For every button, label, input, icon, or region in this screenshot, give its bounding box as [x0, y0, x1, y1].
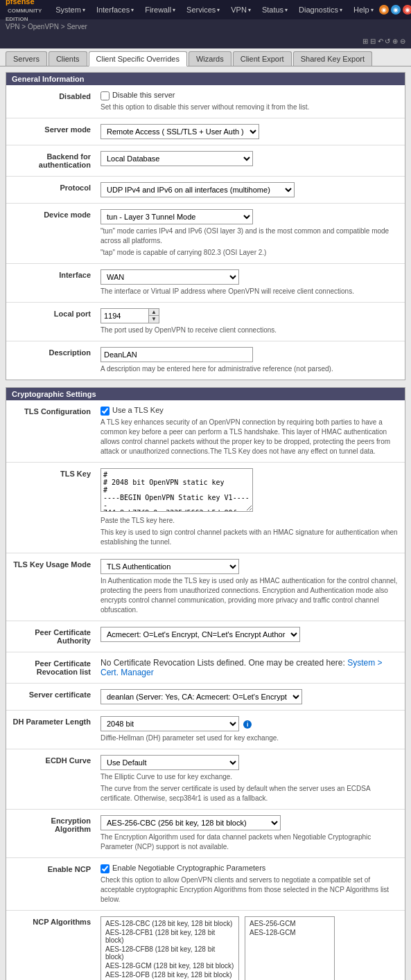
interface-row: Interface WAN The interface or Virtual I…	[6, 264, 405, 303]
disabled-row: Disabled Disable this server Set this op…	[6, 85, 405, 118]
tls-key-row: TLS Key # # 2048 bit OpenVPN static key …	[6, 463, 405, 553]
tls-key-usage-value: TLS Authentication In Authentication mod…	[96, 558, 405, 616]
ncp-alg-value: AES-128-CBC (128 bit key, 128 bit block)…	[96, 915, 405, 980]
tab-servers[interactable]: Servers	[6, 51, 47, 66]
nav-vpn-arrow: ▾	[248, 7, 251, 13]
nav-diagnostics[interactable]: Diagnostics▾	[293, 3, 348, 17]
enable-ncp-check-label: Enable Negotiable Cryptographic Paramete…	[112, 864, 265, 872]
dh-param-value: 2048 bit i Diffie-Hellman (DH) parameter…	[96, 715, 405, 745]
encryption-alg-label: EncryptionAlgorithm	[6, 814, 96, 853]
tls-use-key-checkbox[interactable]	[100, 407, 110, 416]
server-cert-value: deanlan (Server: Yes, CA: Acmecert: O=Le…	[96, 688, 405, 706]
ecdh-hint2: The curve from the server certificate is…	[100, 784, 401, 803]
description-label: Description	[6, 346, 96, 375]
ncp-available-item[interactable]: AES-128-CFB8 (128 bit key, 128 bit block…	[103, 945, 236, 961]
general-info-header: General Information	[6, 73, 405, 85]
tab-client-specific-overrides[interactable]: Client Specific Overrides	[89, 51, 187, 66]
ncp-selected-item[interactable]: AES-128-GCM	[247, 928, 332, 937]
ncp-alg-label: NCP Algorithms	[6, 915, 96, 980]
tls-key-label: TLS Key	[6, 467, 96, 549]
tls-use-key-label: Use a TLS Key	[112, 406, 164, 414]
interface-select[interactable]: WAN	[100, 269, 239, 285]
nav-interfaces-arrow: ▾	[131, 7, 134, 13]
peer-cert-rev-label: Peer CertificateRevocation list	[6, 657, 96, 679]
ecdh-hint1: The Elliptic Curve to use for key exchan…	[100, 772, 401, 782]
dh-param-select[interactable]: 2048 bit	[100, 716, 239, 731]
ncp-dual-list: AES-128-CBC (128 bit key, 128 bit block)…	[100, 916, 401, 980]
tab-bar: Servers Clients Client Specific Override…	[0, 48, 411, 66]
tab-wizards[interactable]: Wizards	[189, 51, 231, 66]
description-input[interactable]	[100, 347, 253, 362]
ncp-available-list: AES-128-CBC (128 bit key, 128 bit block)…	[100, 916, 239, 980]
ecdh-curve-select[interactable]: Use Default	[100, 755, 239, 770]
encryption-alg-select[interactable]: AES-256-CBC (256 bit key, 128 bit block)	[100, 815, 281, 830]
tls-key-usage-row: TLS Key Usage Mode TLS Authentication In…	[6, 553, 405, 621]
nav-diagnostics-arrow: ▾	[340, 7, 342, 13]
server-mode-row: Server mode Remote Access ( SSL/TLS + Us…	[6, 118, 405, 145]
encryption-alg-row: EncryptionAlgorithm AES-256-CBC (256 bit…	[6, 810, 405, 858]
enable-ncp-hint: Check this option to allow OpenVPN clien…	[100, 875, 401, 905]
dh-param-hint: Diffie-Hellman (DH) parameter set used f…	[100, 733, 401, 743]
icon-red[interactable]: ◉	[403, 5, 411, 15]
nav-status-arrow: ▾	[285, 7, 288, 13]
disabled-hint: Set this option to disable this server w…	[100, 103, 401, 112]
nav-help[interactable]: Help▾	[348, 3, 379, 17]
server-cert-select[interactable]: deanlan (Server: Yes, CA: Acmecert: O=Le…	[100, 689, 302, 704]
tab-shared-key-export[interactable]: Shared Key Export	[293, 51, 372, 66]
tab-clients[interactable]: Clients	[49, 51, 87, 66]
icon-orange[interactable]: ◉	[379, 5, 389, 15]
logo-pf: pf	[6, 0, 12, 6]
disabled-checkbox[interactable]	[100, 91, 110, 100]
tls-config-row: TLS Configuration Use a TLS Key A TLS ke…	[6, 400, 405, 463]
dh-param-row: DH Parameter Length 2048 bit i Diffie-He…	[6, 711, 405, 749]
icon-blue[interactable]: ◉	[391, 5, 401, 15]
dh-info-icon[interactable]: i	[243, 720, 252, 729]
ecdh-curve-label: ECDH Curve	[6, 754, 96, 805]
tab-client-export[interactable]: Client Export	[233, 51, 292, 66]
disabled-label: Disabled	[6, 89, 96, 114]
description-row: Description A description may be entered…	[6, 341, 405, 380]
interface-value: WAN The interface or Virtual IP address …	[96, 268, 405, 298]
nav-icons: ◉ ◉ ◉ ◉ ◉ ◉	[379, 5, 411, 15]
tls-key-textarea[interactable]: # # 2048 bit OpenVPN static key # ----BE…	[100, 468, 253, 512]
tls-key-usage-select[interactable]: TLS Authentication	[100, 559, 239, 574]
ncp-alg-row: NCP Algorithms AES-128-CBC (128 bit key,…	[6, 911, 405, 980]
server-mode-select[interactable]: Remote Access ( SSL/TLS + User Auth )	[100, 124, 259, 139]
nav-system-arrow: ▾	[82, 7, 85, 13]
backend-auth-select[interactable]: Local Database	[100, 151, 253, 166]
server-cert-label: Server certificate	[6, 688, 96, 706]
backend-auth-row: Backend forauthentication Local Database	[6, 145, 405, 177]
peer-cert-rev-text: No Certificate Revocation Lists defined.…	[100, 658, 345, 668]
nav-firewall[interactable]: Firewall▾	[139, 3, 181, 17]
nav-services[interactable]: Services▾	[181, 3, 225, 17]
ncp-selected-item[interactable]: AES-256-GCM	[247, 919, 332, 928]
protocol-select[interactable]: UDP IPv4 and IPv6 on all interfaces (mul…	[100, 182, 295, 197]
nav-status[interactable]: Status▾	[256, 3, 293, 17]
device-mode-select[interactable]: tun - Layer 3 Tunnel Mode	[100, 209, 253, 224]
tls-key-hint2: This key is used to sign control channel…	[100, 528, 401, 547]
ncp-available-item[interactable]: AES-128-OFB (128 bit key, 128 bit block)	[103, 970, 236, 979]
tls-key-usage-label: TLS Key Usage Mode	[6, 558, 96, 616]
encryption-alg-value: AES-256-CBC (256 bit key, 128 bit block)…	[96, 814, 405, 853]
peer-cert-auth-select[interactable]: Acmecert: O=Let's Encrypt, CN=Let's Encr…	[100, 627, 300, 642]
crypto-settings-header: Cryptographic Settings	[6, 388, 405, 400]
ncp-available-item[interactable]: AES-128-GCM (128 bit key, 128 bit block)	[103, 961, 236, 970]
tls-config-label: TLS Configuration	[6, 404, 96, 458]
nav-vpn[interactable]: VPN▾	[225, 3, 256, 17]
local-port-hint: The port used by OpenVPN to receive clie…	[100, 326, 401, 335]
description-value: A description may be entered here for ad…	[96, 346, 405, 375]
enable-ncp-checkbox[interactable]	[100, 864, 110, 873]
top-nav-bar: pfsense COMMUNITY EDITION System▾ Interf…	[0, 0, 411, 19]
main-content: General Information Disabled Disable thi…	[0, 66, 411, 980]
device-mode-label: Device mode	[6, 208, 96, 259]
port-spinner: ▲ ▼	[149, 308, 159, 323]
local-port-input[interactable]	[100, 308, 149, 323]
nav-interfaces[interactable]: Interfaces▾	[91, 3, 139, 17]
protocol-label: Protocol	[6, 181, 96, 199]
port-decrement[interactable]: ▼	[149, 316, 159, 323]
nav-system[interactable]: System▾	[50, 3, 91, 17]
ncp-available-item[interactable]: AES-128-CFB1 (128 bit key, 128 bit block…	[103, 928, 236, 945]
tls-key-hint1: Paste the TLS key here.	[100, 516, 401, 526]
port-increment[interactable]: ▲	[149, 309, 159, 316]
ncp-available-item[interactable]: AES-128-CBC (128 bit key, 128 bit block)	[103, 919, 236, 928]
